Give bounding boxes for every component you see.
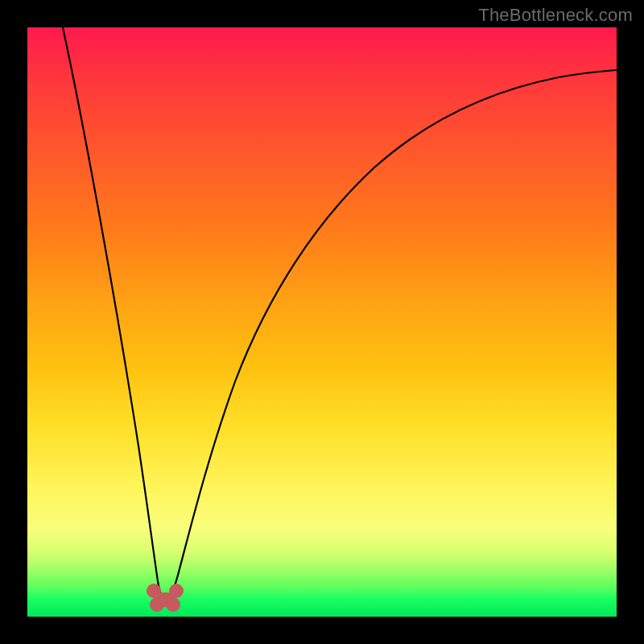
bottleneck-curve (63, 27, 617, 602)
min-marker-br (166, 597, 180, 612)
plot-area (27, 27, 617, 617)
bottleneck-curve-svg (27, 27, 617, 617)
watermark-text: TheBottleneck.com (478, 5, 633, 26)
min-marker-right (169, 584, 184, 598)
min-marker-bl (150, 597, 164, 612)
chart-frame: TheBottleneck.com (0, 0, 644, 644)
min-marker-left (147, 584, 161, 598)
